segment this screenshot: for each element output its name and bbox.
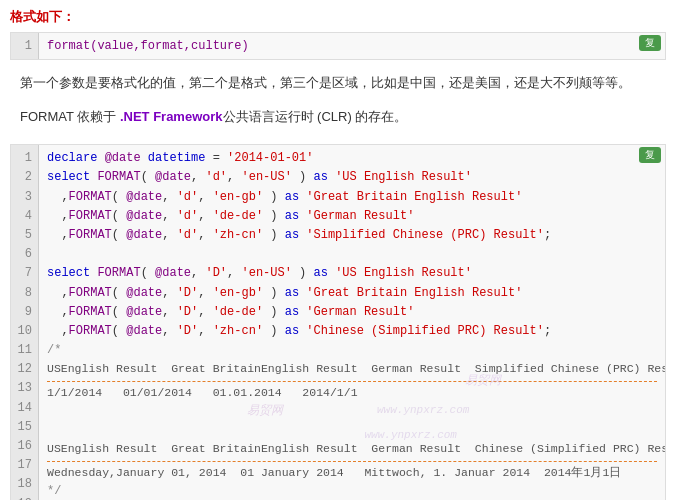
code-line-10: ,FORMAT( @date, 'D', 'zh-cn' ) as 'Chine… [47,322,657,341]
main-code-block: 复 1 2 3 4 5 6 7 8 9 10 11 12 13 14 15 16… [10,144,666,500]
code-line-14: 1/1/2014 01/01/2014 01.01.2014 2014/1/1 [47,384,657,402]
ln-19: 19 [17,495,32,500]
code-line-7: select FORMAT( @date, 'D', 'en-US' ) as … [47,264,657,283]
ln-11: 11 [17,341,32,360]
code-line-20: */ [47,482,657,500]
ln-7: 7 [17,264,32,283]
simple-code-content: format(value,format,culture) [39,33,665,59]
ln-9: 9 [17,303,32,322]
ln-6: 6 [17,245,32,264]
main-code-content: declare @date datetime = '2014-01-01' se… [39,145,665,500]
code-line-2: select FORMAT( @date, 'd', 'en-US' ) as … [47,168,657,187]
ln-2: 2 [17,168,32,187]
ln-15: 15 [17,418,32,437]
simple-code-block: 复 1 format(value,format,culture) [10,32,666,60]
ln-16: 16 [17,437,32,456]
code-line-16 [47,421,657,440]
format-title: 格式如下： [10,8,666,26]
top-section: 格式如下： 复 1 format(value,format,culture) 第… [0,0,676,136]
ln-14: 14 [17,399,32,418]
dotnet-text: .NET Framework [120,109,223,124]
code-line-1: declare @date datetime = '2014-01-01' [47,149,657,168]
code-line-11: /* [47,341,657,360]
desc2-suffix: 公共语言运行时 (CLR) 的存在。 [223,109,408,124]
ln-4: 4 [17,207,32,226]
copy-button-1[interactable]: 复 [639,35,661,51]
code-line-9: ,FORMAT( @date, 'D', 'de-de' ) as 'Germa… [47,303,657,322]
description-1: 第一个参数是要格式化的值，第二个是格式，第三个是区域，比如是中国，还是美国，还是… [10,68,666,98]
code-line-3: ,FORMAT( @date, 'd', 'en-gb' ) as 'Great… [47,188,657,207]
ln-10: 10 [17,322,32,341]
desc2-prefix: FORMAT 依赖于 [20,109,120,124]
ln-17: 17 [17,456,32,475]
code-line-19: Wednesday,January 01, 2014 01 January 20… [47,464,657,482]
code-separator-2 [47,461,657,462]
ln-18: 18 [17,475,32,494]
ln-12: 12 [17,360,32,379]
ln-5: 5 [17,226,32,245]
code-separator-1 [47,381,657,382]
code-line-5: ,FORMAT( @date, 'd', 'zh-cn' ) as 'Simpl… [47,226,657,245]
line-number-1: 1 [11,33,39,59]
code-line-8: ,FORMAT( @date, 'D', 'en-gb' ) as 'Great… [47,284,657,303]
main-line-numbers: 1 2 3 4 5 6 7 8 9 10 11 12 13 14 15 16 1… [11,145,39,500]
code-line-4: ,FORMAT( @date, 'd', 'de-de' ) as 'Germa… [47,207,657,226]
description-2: FORMAT 依赖于 .NET Framework公共语言运行时 (CLR) 的… [10,102,666,132]
ln-1: 1 [17,149,32,168]
format-fn: format(value,format,culture) [47,39,249,53]
code-line-6 [47,245,657,264]
ln-3: 3 [17,188,32,207]
code-line-17: USEnglish Result Great BritainEnglish Re… [47,440,657,458]
ln-8: 8 [17,284,32,303]
code-line-12: USEnglish Result Great BritainEnglish Re… [47,360,657,378]
ln-13: 13 [17,379,32,398]
code-line-15: 易贸网 www.ynpxrz.com [47,402,657,421]
